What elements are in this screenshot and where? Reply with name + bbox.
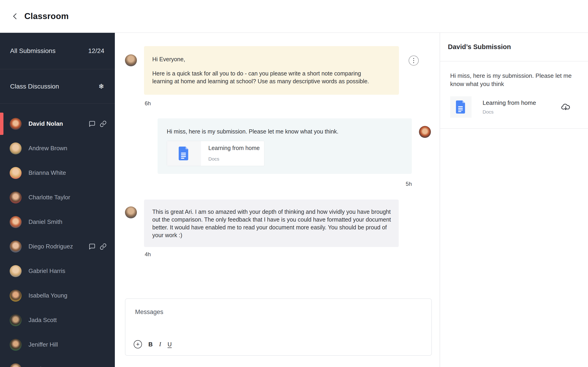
attachment-type: Docs [483, 109, 536, 115]
class-discussion-label: Class Discussion [10, 83, 59, 90]
plus-circle-icon: + [136, 341, 139, 347]
page-title: Classroom [24, 11, 69, 21]
avatar [10, 118, 22, 130]
feedback-message-bubble: This is great Ari. I am so amazed with y… [144, 200, 399, 247]
feedback-timestamp: 4h [145, 251, 151, 258]
student-actions [89, 120, 107, 127]
message-composer: + B I U [125, 298, 432, 356]
google-docs-icon [179, 147, 189, 160]
panel-divider [440, 128, 588, 129]
attachment-meta: Learning from home Docs [483, 99, 536, 115]
student-name: Matthew J [28, 366, 56, 367]
student-row-andrew-brown[interactable]: Andrew Brown [0, 136, 115, 161]
student-name: Brianna White [28, 169, 66, 176]
student-row-jeniffer-hill[interactable]: Jeniffer Hill [0, 332, 115, 357]
submission-panel: David’s Submission Hi miss, here is my s… [440, 33, 588, 367]
student-name: Gabriel Harris [28, 267, 65, 275]
submissions-count-badge: 12/24 [88, 47, 104, 55]
student-actions [89, 243, 107, 250]
underline-button[interactable]: U [167, 341, 172, 348]
submission-panel-body: Hi miss, here is my submission. Please l… [440, 61, 588, 118]
sidebar-item-class-discussion[interactable]: Class Discussion ❄ [0, 69, 115, 104]
avatar [10, 216, 22, 228]
classroom-app: Classroom All Submissions 12/24 Class Di… [0, 0, 588, 367]
avatar [10, 339, 22, 351]
bold-button[interactable]: B [148, 341, 153, 348]
student-list: David Nolan Andrew Brown Brianna White [0, 104, 115, 367]
avatar [10, 192, 22, 203]
submission-panel-header: David’s Submission [440, 33, 588, 61]
avatar [10, 290, 22, 302]
student-row-david-nolan[interactable]: David Nolan [0, 111, 115, 136]
message-input[interactable] [125, 299, 431, 333]
composer-toolbar: + B I U [134, 340, 172, 348]
chevron-left-icon [11, 12, 19, 20]
avatar [10, 314, 22, 326]
avatar [10, 241, 22, 252]
google-docs-icon [456, 100, 466, 114]
sidebar: All Submissions 12/24 Class Discussion ❄… [0, 33, 115, 367]
student-row-isabella-young[interactable]: Isabella Young [0, 283, 115, 308]
student-name: David Nolan [28, 120, 63, 127]
back-button[interactable] [9, 10, 22, 23]
student-row-jada-scott[interactable]: Jada Scott [0, 308, 115, 332]
submission-attachment-row: Learning from home Docs [450, 96, 579, 118]
student-name: Charlotte Taylor [28, 194, 70, 201]
download-button[interactable] [561, 102, 571, 112]
avatar [10, 167, 22, 179]
student-row-gabriel-harris[interactable]: Gabriel Harris [0, 259, 115, 283]
teacher-avatar [125, 206, 137, 218]
student-avatar [419, 126, 431, 138]
snowflake-icon: ❄ [99, 83, 104, 90]
reply-attachment-card[interactable]: Learning from home Docs [167, 141, 264, 166]
attachment-type: Docs [208, 155, 260, 163]
selected-indicator [0, 113, 3, 135]
avatar [10, 363, 22, 367]
student-name: Andrew Brown [28, 145, 67, 152]
task-timestamp: 6h [145, 100, 151, 107]
feedback-text: This is great Ari. I am so amazed with y… [152, 208, 391, 239]
app-header: Classroom [0, 0, 588, 33]
chat-main: Hi Everyone, Here is a quick task for al… [115, 33, 440, 367]
student-row-diego-rodriguez[interactable]: Diego Rodriguez [0, 234, 115, 259]
reply-message-bubble: Hi miss, here is my submission. Please l… [157, 118, 412, 174]
student-name: Daniel Smith [28, 218, 62, 225]
all-submissions-label: All Submissions [10, 47, 56, 55]
sidebar-item-all-submissions[interactable]: All Submissions 12/24 [0, 33, 115, 69]
attachment-thumbnail [167, 141, 201, 166]
student-name: Isabella Young [28, 292, 67, 299]
chat-bubble-icon[interactable] [89, 120, 95, 127]
submission-note: Hi miss, here is my submission. Please l… [450, 72, 572, 88]
attachment-title: Learning from home [483, 99, 536, 106]
cloud-download-icon [561, 102, 571, 112]
attachment-meta: Learning from home Docs [201, 141, 260, 166]
task-message-bubble: Hi Everyone, Here is a quick task for al… [144, 46, 399, 95]
student-row-charlotte-taylor[interactable]: Charlotte Taylor [0, 185, 115, 210]
avatar [10, 142, 22, 154]
student-row-matthew[interactable]: Matthew J [0, 357, 115, 367]
kebab-menu-icon[interactable] [409, 56, 419, 66]
student-name: Jada Scott [28, 317, 57, 324]
add-attachment-button[interactable]: + [134, 340, 142, 348]
student-name: Diego Rodriguez [28, 243, 73, 250]
task-body: Here is a quick task for all you to do -… [152, 69, 379, 85]
reply-text: Hi miss, here is my submission. Please l… [167, 127, 403, 135]
chat-bubble-icon[interactable] [89, 243, 95, 250]
student-name: Jeniffer Hill [28, 341, 58, 348]
student-row-brianna-white[interactable]: Brianna White [0, 161, 115, 185]
link-icon[interactable] [100, 243, 107, 250]
task-greeting: Hi Everyone, [152, 55, 391, 63]
attachment-thumbnail[interactable] [450, 96, 472, 118]
attachment-title: Learning from home [208, 144, 260, 152]
reply-timestamp: 5h [389, 181, 412, 187]
avatar [10, 265, 22, 277]
submission-panel-title: David’s Submission [448, 43, 511, 51]
teacher-avatar [125, 54, 137, 66]
student-row-daniel-smith[interactable]: Daniel Smith [0, 210, 115, 234]
link-icon[interactable] [100, 120, 107, 127]
italic-button[interactable]: I [159, 341, 161, 348]
